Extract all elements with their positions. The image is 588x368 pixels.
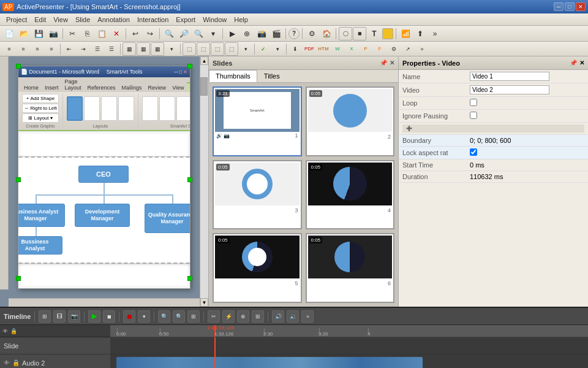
obj-drop[interactable]: ▾ <box>239 42 252 56</box>
prop-input-video[interactable] <box>470 85 549 94</box>
align-left[interactable]: ≡ <box>2 42 16 56</box>
new-button[interactable]: 📄 <box>2 27 16 40</box>
prop-value-video[interactable] <box>466 83 588 97</box>
menu-edit[interactable]: Edit <box>31 15 50 25</box>
prop-value-ignore[interactable] <box>466 110 588 123</box>
numbering[interactable]: ☰ <box>105 42 118 56</box>
xls-btn[interactable]: X <box>345 42 358 56</box>
layout-icon-3[interactable] <box>101 96 117 121</box>
audio-eye-icon[interactable]: 👁 <box>4 359 10 366</box>
tl-split-btn[interactable]: ⚡ <box>222 310 235 323</box>
undo-button[interactable]: ↩ <box>129 27 142 40</box>
tl-camera-btn[interactable]: 📷 <box>68 310 80 323</box>
screenshot-button[interactable]: 📸 <box>255 27 268 40</box>
cut-button[interactable]: ✂ <box>66 27 79 40</box>
import-btn[interactable]: ⬇ <box>288 42 302 56</box>
shape2-button[interactable]: ◼ <box>353 27 366 40</box>
prop-checkbox-lockaspect[interactable] <box>470 148 477 156</box>
panel-pin-btn[interactable]: 📌 <box>380 59 387 66</box>
layout-icon-2[interactable] <box>84 96 100 121</box>
dropdown-button[interactable]: ▾ <box>206 27 220 40</box>
check-drop[interactable]: ▾ <box>271 42 284 56</box>
zoom-in-button[interactable]: 🔎 <box>177 27 190 40</box>
obj-btn2[interactable]: ⬚ <box>197 42 210 56</box>
menu-interaction[interactable]: Interaction <box>134 15 172 25</box>
menu-annotation[interactable]: Annotation <box>94 15 134 25</box>
slide-thumb-3[interactable]: 0:05 3 <box>213 160 302 230</box>
prop-value-boundary[interactable]: 0; 0; 800; 600 <box>466 135 588 147</box>
dm-box[interactable]: Development Manager <box>75 204 130 227</box>
tab-titles[interactable]: Titles <box>257 70 287 82</box>
save-button[interactable]: 💾 <box>32 27 45 40</box>
tl-play-btn[interactable]: ▶ <box>88 310 100 323</box>
align-right[interactable]: ≡ <box>31 42 44 56</box>
open-button[interactable]: 📂 <box>17 27 31 40</box>
tl-mute-btn[interactable]: 🔊 <box>272 310 284 323</box>
tl-record-drop[interactable]: ▾ <box>138 310 150 323</box>
tl-record-btn[interactable]: ⏺ <box>123 310 135 323</box>
prop-checkbox-loop[interactable] <box>470 99 477 106</box>
props-pin-btn[interactable]: 📌 <box>570 59 577 66</box>
bam-box[interactable]: Business Analyst Manager <box>18 204 65 227</box>
prop-value-loop[interactable] <box>466 97 588 110</box>
word-tab-pagelayout[interactable]: Page Layout <box>62 77 85 92</box>
wifi-button[interactable]: 📶 <box>399 27 412 40</box>
camera-button[interactable]: 📷 <box>47 27 60 40</box>
record-button[interactable]: ⊕ <box>240 27 254 40</box>
word-close-btn[interactable]: ✕ <box>183 69 187 75</box>
obj-btn4[interactable]: ⬚ <box>225 42 238 56</box>
tl-merge-btn[interactable]: ⊕ <box>237 310 249 323</box>
prop-input-name[interactable] <box>470 72 549 81</box>
smartart-icon-3[interactable] <box>176 96 190 121</box>
layout-3[interactable]: ▦ <box>151 42 164 56</box>
panel-close-btn[interactable]: ✕ <box>390 59 394 66</box>
word-tab-view[interactable]: View <box>169 83 187 92</box>
menu-slide[interactable]: Slide <box>72 15 94 25</box>
tl-stop-btn[interactable]: ■ <box>103 310 115 323</box>
selection-handle-ml[interactable] <box>16 177 21 182</box>
search-button[interactable]: 🔍 <box>162 27 176 40</box>
maximize-button[interactable]: □ <box>565 2 575 11</box>
tl-fit-btn[interactable]: ⊞ <box>187 310 200 323</box>
tl-zoom-out-btn[interactable]: 🔍 <box>173 310 185 323</box>
word-max-btn[interactable]: □ <box>179 69 182 75</box>
scroll-down-btn[interactable]: ▼ <box>200 298 208 307</box>
prop-section-geometry-header[interactable]: ➕ <box>402 125 584 132</box>
selection-handle-tl[interactable] <box>16 64 21 69</box>
word-tab-references[interactable]: References <box>85 83 119 92</box>
prop-checkbox-ignore[interactable] <box>470 112 477 119</box>
tl-thumbnail-btn[interactable]: ⊞ <box>39 310 51 323</box>
slide-thumb-2[interactable]: 0:05 2 <box>306 86 395 156</box>
layout-icon-1[interactable] <box>67 96 83 121</box>
menu-help[interactable]: Help <box>230 15 252 25</box>
selection-handle-br[interactable] <box>187 276 192 281</box>
align-justify[interactable]: ≡ <box>45 42 58 56</box>
settings-button[interactable]: ⚙ <box>305 27 318 40</box>
ppt-btn[interactable]: P <box>359 42 372 56</box>
align-center[interactable]: ≡ <box>17 42 30 56</box>
qam-box[interactable]: Quality Assurance Manager <box>145 204 190 233</box>
word-tab-design[interactable]: Design <box>187 82 190 92</box>
word-tab-insert[interactable]: Insert <box>42 83 62 92</box>
slide-thumb-5[interactable]: 0:05 5 <box>213 233 302 303</box>
share-btn[interactable]: ↗ <box>401 42 415 56</box>
obj-btn3[interactable]: ⬚ <box>211 42 224 56</box>
tl-filmstrip-btn[interactable]: 🎞 <box>53 310 66 323</box>
selection-handle-mr[interactable] <box>187 177 192 182</box>
selection-handle-tr[interactable] <box>187 64 192 69</box>
close-button[interactable]: ✕ <box>576 2 586 11</box>
prop-value-lockaspect[interactable] <box>466 147 588 159</box>
settings2-btn[interactable]: ⚙ <box>387 42 401 56</box>
slide-thumb-4[interactable]: 0:05 4 <box>306 160 395 230</box>
word-btn[interactable]: W <box>331 42 344 56</box>
minimize-button[interactable]: ─ <box>554 2 564 11</box>
audio-wave[interactable] <box>116 357 423 368</box>
word-tab-mailings[interactable]: Mailings <box>119 83 145 92</box>
scroll-up-btn[interactable]: ▲ <box>200 56 208 65</box>
layout-icon-4[interactable] <box>118 96 134 121</box>
tl-vol-btn[interactable]: 🔉 <box>287 310 299 323</box>
word-min-btn[interactable]: ─ <box>174 69 178 75</box>
copy-button[interactable]: ⎘ <box>80 27 94 40</box>
menu-export[interactable]: Export <box>172 15 199 25</box>
layout-2[interactable]: ▦ <box>137 42 150 56</box>
